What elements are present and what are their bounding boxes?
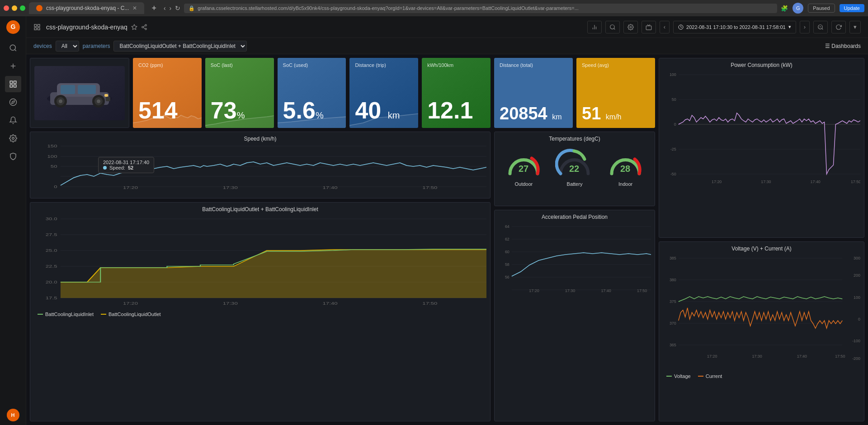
svg-text:17:50: 17:50 <box>851 179 860 184</box>
svg-text:27: 27 <box>519 164 528 174</box>
parameters-filter-select[interactable]: BattCoolingLiquidOutlet + BattCoolingLiq… <box>113 41 247 52</box>
car-image <box>34 66 125 120</box>
tab-close-icon[interactable]: ✕ <box>132 5 137 11</box>
distance-trip-label: Distance (trip) <box>355 62 413 68</box>
svg-text:62: 62 <box>505 237 509 241</box>
new-tab-button[interactable]: + <box>148 4 160 13</box>
address-bar[interactable]: 🔒 grafana.csselectronics.stellarhosted.c… <box>184 4 777 13</box>
svg-rect-3 <box>10 81 12 83</box>
svg-text:27.5: 27.5 <box>46 232 57 237</box>
svg-rect-5 <box>10 85 12 87</box>
svg-text:365: 365 <box>670 343 676 347</box>
parameters-filter-label[interactable]: parameters <box>83 43 110 49</box>
svg-text:-100: -100 <box>852 339 860 343</box>
stats-row: CO2 (ppm) 514 SoC (last) 73% <box>30 58 491 128</box>
refresh-interval-button[interactable]: ▾ <box>849 21 861 33</box>
svg-rect-4 <box>14 81 16 83</box>
sidebar-item-search[interactable] <box>5 40 21 56</box>
svg-text:-25: -25 <box>670 147 676 151</box>
devices-filter-select[interactable]: All <box>56 41 79 52</box>
maximize-button[interactable] <box>20 5 25 11</box>
svg-line-19 <box>143 25 145 26</box>
svg-rect-11 <box>38 24 40 27</box>
svg-rect-42 <box>104 94 108 97</box>
svg-text:G: G <box>10 23 15 30</box>
sidebar-item-settings[interactable] <box>5 130 21 146</box>
chart-button[interactable] <box>587 21 602 33</box>
browser-tab[interactable]: css-playground-skoda-enyaq - C... ✕ <box>29 2 144 14</box>
svg-text:-50: -50 <box>670 172 676 176</box>
time-range-selector[interactable]: 2022-08-31 17:10:30 to 2022-08-31 17:58:… <box>673 21 796 33</box>
batt-legend: BattCoolingLiquidInlet BattCoolingLiquid… <box>34 311 486 318</box>
soc-last-stat-card: SoC (last) 73% <box>205 58 274 128</box>
zoom-out-button[interactable] <box>813 21 828 33</box>
time-range-text: 2022-08-31 17:10:30 to 2022-08-31 17:58:… <box>686 24 786 30</box>
voltage-legend: Voltage Current <box>663 373 860 380</box>
tooltip-speed-value: 52 <box>128 165 133 170</box>
speed-chart-title: Speed (km/h) <box>34 136 486 142</box>
svg-marker-45 <box>205 116 274 128</box>
user-avatar[interactable]: H <box>7 409 19 421</box>
minimize-button[interactable] <box>12 5 17 11</box>
forward-button[interactable]: › <box>170 5 172 12</box>
svg-marker-46 <box>278 117 346 128</box>
dashboards-button[interactable]: ☰ Dashboards <box>825 43 861 49</box>
top-bar: css-playground-skoda-enyaq ‹ <box>26 16 868 38</box>
outdoor-gauge: 27 Outdoor <box>505 146 543 187</box>
center-stats-row: Distance (total) 20854 km Speed (avg) 51… <box>494 58 655 128</box>
star-icon[interactable] <box>131 24 137 30</box>
devices-filter-label[interactable]: devices <box>33 43 52 49</box>
svg-text:17:40: 17:40 <box>601 288 611 293</box>
left-sidebar: G H <box>0 16 26 425</box>
search-panel-button[interactable] <box>605 21 620 33</box>
prev-button[interactable]: ‹ <box>660 21 670 33</box>
speed-avg-label: Speed (avg) <box>582 62 650 68</box>
grid-icon <box>33 24 41 31</box>
power-title: Power Consumption (kW) <box>663 62 860 68</box>
acceleration-chart-svg: 64 62 60 58 56 17:20 17:30 17:40 17:50 <box>498 222 651 294</box>
favicon-icon <box>36 5 42 11</box>
grafana-container: G H cs <box>0 16 868 425</box>
close-button[interactable] <box>4 5 9 11</box>
top-bar-actions: ‹ 2022-08-31 17:10:30 to 2022-08-31 17:5… <box>587 21 861 33</box>
outdoor-label: Outdoor <box>514 181 533 187</box>
svg-text:17:30: 17:30 <box>223 301 238 306</box>
refresh-button[interactable] <box>831 21 846 33</box>
svg-point-24 <box>630 26 632 28</box>
back-button[interactable]: ‹ <box>164 5 166 12</box>
paused-button[interactable]: Paused <box>808 4 835 13</box>
svg-text:58: 58 <box>505 262 509 267</box>
svg-text:17:40: 17:40 <box>797 354 807 359</box>
settings-button[interactable] <box>623 21 638 33</box>
svg-point-7 <box>9 99 16 106</box>
svg-text:150: 150 <box>47 144 57 148</box>
sidebar-item-alerts[interactable] <box>5 112 21 128</box>
tooltip-speed-label: Speed: <box>109 165 125 170</box>
update-button[interactable]: Update <box>840 4 864 12</box>
svg-marker-8 <box>11 101 14 104</box>
svg-marker-77 <box>61 250 486 298</box>
soc-used-label: SoC (used) <box>283 62 341 68</box>
svg-text:-200: -200 <box>852 356 860 361</box>
svg-text:64: 64 <box>505 224 509 229</box>
sidebar-item-add[interactable] <box>5 58 21 74</box>
svg-text:30.0: 30.0 <box>46 217 57 221</box>
sidebar-item-explore[interactable] <box>5 94 21 110</box>
sidebar-item-dashboards[interactable] <box>5 76 21 92</box>
svg-text:17:30: 17:30 <box>223 185 238 189</box>
reload-button[interactable]: ↻ <box>175 5 180 12</box>
current-legend-line <box>698 376 703 377</box>
share-icon[interactable] <box>141 24 147 30</box>
svg-rect-13 <box>38 28 40 30</box>
main-content: css-playground-skoda-enyaq ‹ <box>26 16 868 425</box>
left-column: CO2 (ppm) 514 SoC (last) 73% <box>30 58 491 421</box>
next-button[interactable]: › <box>800 21 810 33</box>
legend-inlet: BattCoolingLiquidInlet <box>38 312 94 317</box>
tv-button[interactable] <box>642 21 656 33</box>
svg-text:200: 200 <box>854 273 860 278</box>
voltage-legend-line <box>666 376 672 377</box>
speed-avg-card: Speed (avg) 51 km/h <box>576 58 655 128</box>
sidebar-item-shield[interactable] <box>5 148 21 165</box>
indoor-gauge-svg: 28 <box>606 146 645 179</box>
grafana-logo[interactable]: G <box>6 20 20 34</box>
